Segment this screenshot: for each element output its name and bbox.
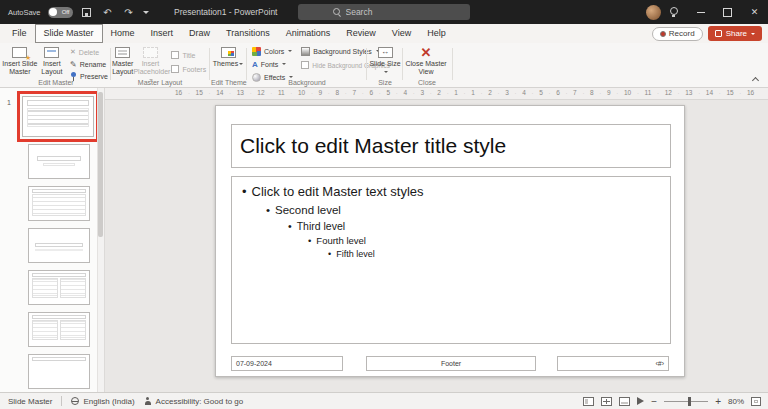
slideshow-button[interactable]	[637, 397, 644, 405]
autosave-state: Off	[62, 9, 70, 15]
footer-placeholder[interactable]: Footer	[366, 356, 536, 371]
tab-home[interactable]: Home	[103, 25, 143, 42]
body-level-text: Click to edit Master text styles	[252, 184, 424, 199]
footers-checkbox[interactable]: Footers	[169, 64, 208, 74]
tab-insert[interactable]: Insert	[143, 25, 182, 42]
search-box[interactable]	[298, 4, 470, 20]
fit-slide-to-window-button[interactable]	[751, 397, 761, 406]
quick-access-toolbar: AutoSave Off	[8, 0, 149, 24]
share-button[interactable]: Share	[708, 26, 762, 41]
zoom-slider-track	[664, 401, 708, 402]
sidebar-scrollbar-thumb[interactable]	[98, 92, 103, 237]
body-level-1[interactable]: •Click to edit Master text styles	[236, 184, 666, 199]
slide-number-placeholder[interactable]: ‹#›	[557, 356, 669, 371]
tab-slide-master[interactable]: Slide Master	[35, 24, 103, 43]
insert-placeholder-button[interactable]: Insert Placeholder	[133, 43, 167, 84]
ruler-number: 7	[573, 89, 577, 96]
horizontal-ruler[interactable]: 16·15·14·13·12·11·10·9·8·7·6·5·4·3·2·1·1…	[105, 88, 768, 100]
close-master-view-button[interactable]: Close Master View	[404, 43, 448, 76]
group-label-edit-theme: Edit Theme	[211, 79, 245, 86]
slide-thumbnail-two-content[interactable]	[28, 270, 90, 305]
rename-button[interactable]: Rename	[68, 59, 110, 69]
language-status[interactable]: English (India)	[71, 397, 134, 406]
slide-thumbnail-title-only[interactable]	[28, 354, 90, 389]
record-button[interactable]: Record	[652, 27, 703, 41]
group-label-background: Background	[248, 79, 366, 86]
slide-thumbnail-content[interactable]	[28, 186, 90, 221]
colors-button[interactable]: Colors	[250, 46, 295, 56]
ruler-numbers: 16·15·14·13·12·11·10·9·8·7·6·5·4·3·2·1·1…	[175, 89, 755, 96]
tab-file[interactable]: File	[4, 25, 35, 42]
tab-help[interactable]: Help	[419, 25, 454, 42]
slide-thumbnail-section[interactable]	[28, 228, 90, 263]
lightbulb-icon[interactable]	[669, 7, 677, 18]
tab-animations[interactable]: Animations	[278, 25, 339, 42]
ruler-tick: ·	[362, 90, 364, 96]
body-level-3[interactable]: •Third level	[236, 220, 666, 232]
ruler-number: 5	[539, 89, 543, 96]
zoom-slider[interactable]	[664, 397, 708, 406]
ruler-tick: ·	[345, 90, 347, 96]
delete-button[interactable]: Delete	[68, 47, 110, 57]
minimize-button[interactable]	[687, 0, 714, 24]
collapse-ribbon-button[interactable]	[753, 76, 759, 82]
insert-slide-master-button[interactable]: Insert Slide Master	[2, 43, 38, 76]
search-input[interactable]	[346, 7, 436, 17]
thumbnail-wrap	[22, 96, 94, 137]
slide-size-button[interactable]: Slide Size	[368, 43, 402, 76]
themes-button[interactable]: Themes	[211, 43, 245, 68]
redo-button[interactable]	[122, 5, 136, 19]
user-avatar[interactable]	[646, 5, 661, 20]
hide-background-graphics-box	[301, 61, 309, 69]
thumbnail-list	[0, 88, 96, 389]
tab-draw[interactable]: Draw	[181, 25, 218, 42]
group-background: Colors Fonts Effects Background Styles H…	[248, 43, 366, 87]
sidebar-scrollbar[interactable]	[97, 88, 104, 392]
slide[interactable]: Click to edit Master title style •Click …	[215, 105, 685, 377]
titlebar: AutoSave Off Presentation1 - PowerPoint	[0, 0, 768, 24]
fonts-button[interactable]: Fonts	[250, 59, 295, 69]
zoom-slider-thumb[interactable]	[688, 397, 691, 406]
zoom-level[interactable]: 80%	[728, 397, 744, 406]
body-level-2[interactable]: •Second level	[236, 204, 666, 216]
insert-layout-button[interactable]: Insert Layout	[38, 43, 66, 76]
ruler-number: 1	[454, 89, 458, 96]
body-level-5[interactable]: •Fifth level	[236, 249, 666, 259]
slide-sorter-view-button[interactable]	[601, 397, 612, 406]
close-button[interactable]	[741, 0, 768, 24]
ruler-number: 16	[175, 89, 182, 96]
ruler-number: 13	[685, 89, 692, 96]
ruler-tick: ·	[616, 90, 618, 96]
title-placeholder[interactable]: Click to edit Master title style	[231, 124, 671, 168]
undo-button[interactable]	[101, 5, 115, 19]
maximize-button[interactable]	[714, 0, 741, 24]
slide-thumbnail-master[interactable]	[22, 96, 94, 137]
zoom-in-button[interactable]: +	[715, 396, 721, 407]
save-button[interactable]	[80, 5, 94, 19]
date-placeholder[interactable]: 07-09-2024	[231, 356, 343, 371]
customize-toolbar-chevron-icon[interactable]	[143, 11, 149, 17]
zoom-out-button[interactable]: −	[651, 396, 657, 407]
autosave-label: AutoSave	[8, 8, 41, 17]
slide-thumbnail-comparison[interactable]	[28, 312, 90, 347]
master-layout-button[interactable]: Master Layout	[112, 43, 133, 76]
reading-view-button[interactable]	[619, 397, 630, 406]
group-label-edit-master: Edit Master	[2, 79, 110, 86]
thumbnail-wrap	[28, 270, 90, 305]
body-placeholder[interactable]: •Click to edit Master text styles•Second…	[231, 176, 671, 344]
accessibility-status[interactable]: Accessibility: Good to go	[144, 397, 244, 406]
group-edit-master: Insert Slide Master Insert Layout Delete…	[2, 43, 110, 87]
group-separator	[366, 48, 367, 80]
tab-transitions[interactable]: Transitions	[218, 25, 278, 42]
ruler-number: 3	[505, 89, 509, 96]
body-level-4[interactable]: •Fourth level	[236, 235, 666, 246]
title-checkbox[interactable]: Title	[169, 50, 208, 60]
normal-view-button[interactable]	[583, 397, 594, 406]
slide-thumbnail-title[interactable]	[28, 144, 90, 179]
tab-view[interactable]: View	[384, 25, 419, 42]
ruler-tick: ·	[515, 90, 517, 96]
tab-review[interactable]: Review	[338, 25, 384, 42]
autosave-toggle[interactable]: Off	[48, 7, 73, 18]
save-icon	[82, 8, 91, 17]
share-dropdown-icon	[751, 33, 755, 37]
